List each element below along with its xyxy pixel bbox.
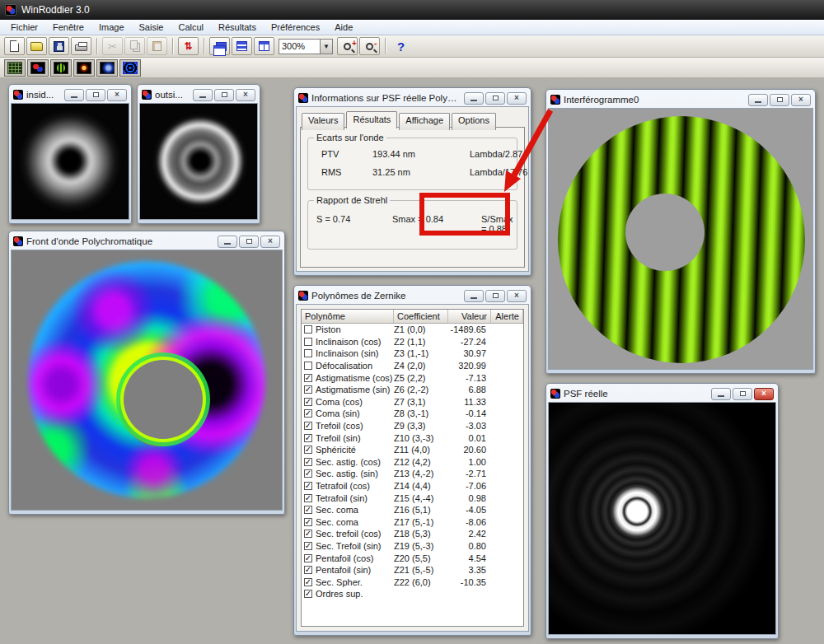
close-button[interactable]: × [754, 388, 774, 400]
checkbox-checked[interactable]: ✓ [304, 518, 312, 526]
cascade-windows-button[interactable] [209, 37, 230, 55]
checkbox-checked[interactable]: ✓ [304, 409, 312, 418]
restore-button[interactable] [214, 89, 234, 101]
zernike-row-inclinaison-sin[interactable]: Inclinaison (sin)Z3 (1,-1)30.97 [302, 348, 523, 360]
zernike-row-sec-trefoil-sin[interactable]: ✓Sec. Trefoil (sin)Z19 (5,-3)0.80 [302, 540, 523, 553]
menu-fichier[interactable]: Fichier [3, 21, 45, 34]
zernike-row-astigmatisme-cos[interactable]: ✓Astigmatisme (cos)Z5 (2,2)-7.13 [302, 371, 523, 384]
zernike-row-tetrafoil-cos[interactable]: ✓Tetrafoil (cos)Z14 (4,4)-7.06 [302, 480, 523, 492]
cut-button[interactable]: ✂ [102, 37, 123, 55]
checkbox-unchecked[interactable] [304, 325, 312, 334]
zoom-out-button[interactable]: - [359, 37, 380, 55]
zernike-row-coma-sin[interactable]: ✓Coma (sin)Z8 (3,-1)-0.14 [302, 408, 523, 420]
close-button[interactable]: × [236, 89, 255, 101]
minimize-button[interactable] [218, 236, 237, 248]
titlebar-outside[interactable]: outsi... × [139, 86, 258, 103]
open-file-button[interactable] [26, 37, 47, 55]
titlebar-interferogram[interactable]: Interférogramme0 × [548, 91, 813, 108]
zernike-row-sec-trefoil-cos[interactable]: ✓Sec. trefoil (cos)Z18 (5,3)2.42 [302, 528, 523, 540]
save-button[interactable] [49, 37, 69, 55]
zernike-row-defocalisation[interactable]: DéfocalisationZ4 (2,0)320.99 [302, 360, 523, 372]
tab-valeurs[interactable]: Valeurs [302, 113, 344, 130]
restore-button[interactable] [485, 92, 505, 105]
menu-saisie[interactable]: Saisie [132, 21, 171, 34]
checkbox-checked[interactable]: ✓ [304, 458, 312, 466]
tab-options[interactable]: Options [452, 113, 496, 130]
restore-button[interactable] [733, 388, 752, 400]
zernike-row-astigmatisme-sin[interactable]: ✓Astigmatisme (sin)Z6 (2,-2)6.88 [302, 384, 523, 396]
close-button[interactable]: × [507, 92, 527, 105]
checkbox-checked[interactable]: ✓ [304, 422, 312, 430]
help-button[interactable]: ? [391, 37, 411, 55]
zernike-row-sec-spher[interactable]: ✓Sec. Spher.Z22 (6,0)-10.35 [302, 576, 523, 588]
close-button[interactable]: × [260, 236, 280, 248]
zernike-row-tetrafoil-sin[interactable]: ✓Tetrafoil (sin)Z15 (4,-4)0.98 [302, 492, 523, 504]
copy-button[interactable] [124, 37, 145, 55]
checkbox-checked[interactable]: ✓ [304, 566, 312, 574]
checkbox-checked[interactable]: ✓ [304, 469, 312, 478]
zernike-row-pentafoil-sin[interactable]: ✓Pentafoil (sin)Z21 (5,-5)3.35 [302, 564, 523, 576]
column-header-valeur[interactable]: Valeur [448, 310, 491, 323]
tab-resultats[interactable]: Résultats [346, 111, 397, 128]
zernike-row-sec-astig-sin[interactable]: ✓Sec. astig. (sin)Z13 (4,-2)-2.71 [302, 468, 523, 480]
titlebar-inside[interactable]: insid... × [11, 86, 129, 103]
column-header-alerte[interactable]: Alerte [491, 310, 523, 323]
minimize-button[interactable] [464, 290, 484, 302]
menu-calcul[interactable]: Calcul [171, 21, 211, 34]
restore-button[interactable] [770, 94, 789, 106]
restore-button[interactable] [86, 89, 105, 101]
minimize-button[interactable] [64, 89, 84, 101]
checkbox-checked[interactable]: ✓ [304, 446, 312, 454]
zoom-level-combobox[interactable]: 300% ▼ [279, 39, 333, 54]
checkbox-checked[interactable]: ✓ [304, 374, 312, 382]
psf-dot-button[interactable] [73, 59, 95, 77]
rings-button[interactable] [119, 59, 141, 77]
zernike-row-pentafoil-cos[interactable]: ✓Pentafoil (cos)Z20 (5,5)4.54 [302, 552, 523, 564]
checkbox-unchecked[interactable] [304, 349, 312, 357]
column-header-coefficient[interactable]: Coefficient [394, 310, 448, 323]
zernike-row-sphericite[interactable]: ✓SphéricitéZ11 (4,0)20.60 [302, 444, 523, 456]
minimize-button[interactable] [464, 92, 484, 105]
checkbox-checked[interactable]: ✓ [304, 434, 312, 442]
menu-fenetre[interactable]: Fenêtre [45, 21, 91, 34]
refresh-button[interactable]: ⇅ [178, 37, 199, 55]
checkbox-checked[interactable]: ✓ [304, 590, 312, 598]
titlebar-psf-info[interactable]: Informations sur PSF réelle Polychro... … [296, 90, 529, 106]
titlebar-psf[interactable]: PSF réelle × [548, 385, 776, 402]
checkbox-unchecked[interactable] [304, 362, 312, 370]
paste-button[interactable] [147, 37, 167, 55]
checkbox-checked[interactable]: ✓ [304, 482, 312, 490]
zernike-row-coma-cos[interactable]: ✓Coma (cos)Z7 (3,1)11.33 [302, 396, 523, 408]
checkbox-unchecked[interactable] [304, 338, 312, 346]
zernike-row-sec-coma[interactable]: ✓Sec. comaZ16 (5,1)-4.05 [302, 504, 523, 516]
close-button[interactable]: × [107, 89, 127, 101]
zernike-row-ordres-sup[interactable]: ✓Ordres sup. [302, 588, 523, 600]
zernike-row-sec-astig-cos[interactable]: ✓Sec. astig. (cos)Z12 (4,2)1.00 [302, 456, 523, 469]
zernike-row-inclinaison-cos[interactable]: Inclinaison (cos)Z2 (1,1)-27.24 [302, 336, 523, 348]
checkbox-checked[interactable]: ✓ [304, 385, 312, 394]
menu-aide[interactable]: Aide [327, 21, 360, 34]
checkbox-checked[interactable]: ✓ [304, 398, 312, 406]
fringe-circle-button[interactable] [50, 59, 72, 77]
zoom-in-button[interactable]: + [337, 37, 358, 55]
new-document-button[interactable] [4, 37, 25, 55]
logo-swirl-button[interactable] [27, 59, 49, 77]
checkbox-checked[interactable]: ✓ [304, 530, 312, 538]
pupil-button[interactable] [96, 59, 118, 77]
restore-button[interactable] [485, 290, 505, 302]
minimize-button[interactable] [748, 94, 768, 106]
zernike-row-trefoil-sin[interactable]: ✓Trefoil (sin)Z10 (3,-3)0.01 [302, 432, 523, 444]
minimize-button[interactable] [193, 89, 213, 101]
tile-horizontal-button[interactable] [232, 37, 252, 55]
menu-image[interactable]: Image [91, 21, 132, 34]
zernike-row-piston[interactable]: PistonZ1 (0,0)-1489.65 [302, 324, 523, 336]
grid-image-button[interactable] [4, 59, 26, 77]
checkbox-checked[interactable]: ✓ [304, 506, 312, 514]
checkbox-checked[interactable]: ✓ [304, 494, 312, 502]
checkbox-checked[interactable]: ✓ [304, 554, 312, 562]
close-button[interactable]: × [507, 290, 527, 302]
tile-vertical-button[interactable] [254, 37, 274, 55]
titlebar-wavefront[interactable]: Front d'onde Polychromatique × [11, 233, 283, 250]
zernike-row-sec-coma[interactable]: ✓Sec. comaZ17 (5,-1)-8.06 [302, 516, 523, 529]
checkbox-checked[interactable]: ✓ [304, 542, 312, 550]
